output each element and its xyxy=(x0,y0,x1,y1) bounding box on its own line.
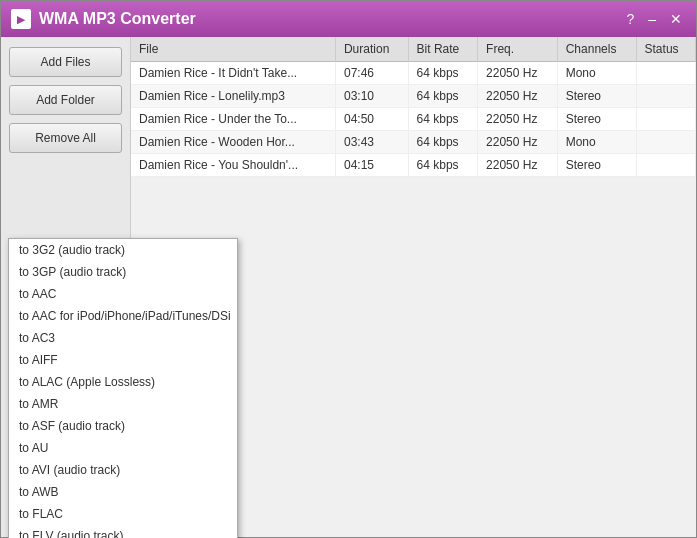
cell-status xyxy=(636,154,695,177)
dropdown-list-item[interactable]: to 3GP (audio track) xyxy=(9,261,237,283)
dropdown-list-item[interactable]: to AMR xyxy=(9,393,237,415)
cell-duration: 04:50 xyxy=(335,108,408,131)
dropdown-list-item[interactable]: to AU xyxy=(9,437,237,459)
table-row[interactable]: Damien Rice - You Shouldn'... 04:15 64 k… xyxy=(131,154,696,177)
cell-freq: 22050 Hz xyxy=(478,62,558,85)
cell-freq: 22050 Hz xyxy=(478,131,558,154)
cell-bitrate: 64 kbps xyxy=(408,108,478,131)
dropdown-list-item[interactable]: to AAC xyxy=(9,283,237,305)
cell-duration: 07:46 xyxy=(335,62,408,85)
cell-channels: Stereo xyxy=(557,108,636,131)
dropdown-list-item[interactable]: to FLAC xyxy=(9,503,237,525)
dropdown-list-item[interactable]: to AVI (audio track) xyxy=(9,459,237,481)
cell-freq: 22050 Hz xyxy=(478,154,558,177)
cell-channels: Stereo xyxy=(557,154,636,177)
window-title: WMA MP3 Converter xyxy=(39,10,196,28)
add-files-button[interactable]: Add Files xyxy=(9,47,122,77)
table-header-row: File Duration Bit Rate Freq. Channels St… xyxy=(131,37,696,62)
cell-file: Damien Rice - Under the To... xyxy=(131,108,335,131)
help-button[interactable]: ? xyxy=(622,11,638,27)
cell-bitrate: 64 kbps xyxy=(408,62,478,85)
dropdown-list-item[interactable]: to AIFF xyxy=(9,349,237,371)
col-channels: Channels xyxy=(557,37,636,62)
cell-duration: 03:43 xyxy=(335,131,408,154)
col-file: File xyxy=(131,37,335,62)
table-row[interactable]: Damien Rice - Lonelily.mp3 03:10 64 kbps… xyxy=(131,85,696,108)
close-button[interactable]: ✕ xyxy=(666,11,686,27)
cell-duration: 03:10 xyxy=(335,85,408,108)
dropdown-list-overlay: to 3G2 (audio track)to 3GP (audio track)… xyxy=(8,238,238,538)
files-table: File Duration Bit Rate Freq. Channels St… xyxy=(131,37,696,177)
dropdown-list-item[interactable]: to FLV (audio track) xyxy=(9,525,237,538)
cell-duration: 04:15 xyxy=(335,154,408,177)
dropdown-list-item[interactable]: to 3G2 (audio track) xyxy=(9,239,237,261)
col-status: Status xyxy=(636,37,695,62)
table-row[interactable]: Damien Rice - Under the To... 04:50 64 k… xyxy=(131,108,696,131)
table-row[interactable]: Damien Rice - It Didn't Take... 07:46 64… xyxy=(131,62,696,85)
cell-bitrate: 64 kbps xyxy=(408,85,478,108)
app-icon: ▶ xyxy=(11,9,31,29)
cell-bitrate: 64 kbps xyxy=(408,154,478,177)
col-duration: Duration xyxy=(335,37,408,62)
cell-file: Damien Rice - Wooden Hor... xyxy=(131,131,335,154)
dropdown-list-item[interactable]: to AAC for iPod/iPhone/iPad/iTunes/DSi xyxy=(9,305,237,327)
cell-status xyxy=(636,131,695,154)
cell-file: Damien Rice - You Shouldn'... xyxy=(131,154,335,177)
cell-bitrate: 64 kbps xyxy=(408,131,478,154)
cell-channels: Mono xyxy=(557,131,636,154)
cell-channels: Mono xyxy=(557,62,636,85)
table-row[interactable]: Damien Rice - Wooden Hor... 03:43 64 kbp… xyxy=(131,131,696,154)
minimize-button[interactable]: – xyxy=(644,11,660,27)
main-window: ▶ WMA MP3 Converter ? – ✕ Add Files Add … xyxy=(0,0,697,538)
cell-freq: 22050 Hz xyxy=(478,85,558,108)
dropdown-list-item[interactable]: to ASF (audio track) xyxy=(9,415,237,437)
cell-status xyxy=(636,85,695,108)
title-controls: ? – ✕ xyxy=(622,11,686,27)
add-folder-button[interactable]: Add Folder xyxy=(9,85,122,115)
cell-file: Damien Rice - Lonelily.mp3 xyxy=(131,85,335,108)
remove-all-button[interactable]: Remove All xyxy=(9,123,122,153)
cell-channels: Stereo xyxy=(557,85,636,108)
cell-file: Damien Rice - It Didn't Take... xyxy=(131,62,335,85)
cell-status xyxy=(636,62,695,85)
dropdown-list-item[interactable]: to AWB xyxy=(9,481,237,503)
dropdown-list-item[interactable]: to ALAC (Apple Lossless) xyxy=(9,371,237,393)
col-freq: Freq. xyxy=(478,37,558,62)
col-bitrate: Bit Rate xyxy=(408,37,478,62)
dropdown-list-item[interactable]: to AC3 xyxy=(9,327,237,349)
cell-status xyxy=(636,108,695,131)
cell-freq: 22050 Hz xyxy=(478,108,558,131)
title-bar: ▶ WMA MP3 Converter ? – ✕ xyxy=(1,1,696,37)
title-bar-left: ▶ WMA MP3 Converter xyxy=(11,9,196,29)
